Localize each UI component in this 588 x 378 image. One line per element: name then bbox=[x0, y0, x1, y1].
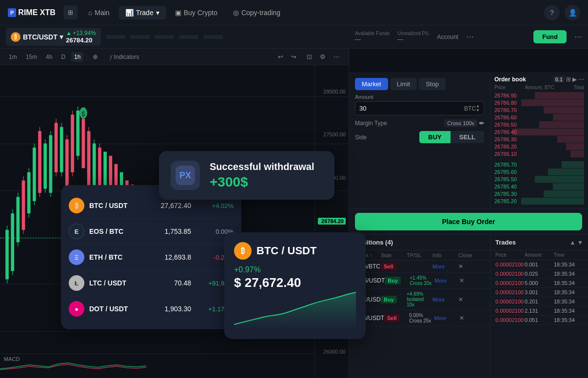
asset-row-eos[interactable]: E EOS / BTC 1,753.85 0.00% bbox=[69, 219, 234, 245]
place-buy-order-btn[interactable]: Place Buy Order bbox=[355, 213, 582, 230]
tf-4h[interactable]: 4h bbox=[43, 52, 55, 62]
tf-1m[interactable]: 1m bbox=[6, 52, 20, 62]
ob-bid-5: 26785.30 bbox=[494, 190, 584, 197]
redo-btn[interactable]: ↪ bbox=[288, 52, 299, 62]
help-icon-btn[interactable]: ? bbox=[544, 5, 560, 20]
amount-down-arrow[interactable]: ▼ bbox=[476, 109, 480, 113]
asset-row-ltc[interactable]: Ł LTC / USDT 70.48 +91.99% bbox=[69, 270, 234, 296]
tf-1h[interactable]: 1h bbox=[71, 52, 83, 62]
margin-label: Margin Type bbox=[355, 120, 387, 127]
indicators-btn[interactable]: 𝑓 Indicators bbox=[107, 52, 142, 62]
position-more[interactable]: More bbox=[432, 264, 458, 269]
undo-btn[interactable]: ↩ bbox=[275, 52, 286, 62]
ob-play-icon[interactable]: ▶ bbox=[572, 76, 577, 83]
trades-controls: ▲ ▼ bbox=[570, 239, 583, 246]
mini-ticker-bar-1 bbox=[106, 35, 125, 39]
buy-crypto-nav-item[interactable]: ▣ Buy Crypto bbox=[168, 6, 224, 19]
stop-tab[interactable]: Stop bbox=[419, 78, 446, 90]
ob-bar bbox=[553, 114, 584, 121]
btc-chart-card: ₿ BTC / USDT +0.97% $ 27,672.40 bbox=[224, 232, 366, 339]
positions-header: Positions (4) bbox=[349, 235, 490, 250]
macd-svg bbox=[0, 354, 314, 378]
tf-15m[interactable]: 15m bbox=[23, 52, 40, 62]
btc-large-icon: ₿ bbox=[234, 242, 252, 260]
screenshot-btn[interactable]: ⊡ bbox=[304, 52, 315, 62]
user-icon-btn[interactable]: 👤 bbox=[565, 5, 580, 20]
dot-asset-name: DOT / USDT bbox=[89, 305, 147, 313]
chart-sep-1 bbox=[86, 53, 87, 61]
position-change: +4.69% Isolated 10x bbox=[407, 291, 432, 307]
margin-edit-icon[interactable]: ✏ bbox=[479, 120, 484, 127]
trade-row: 0.00002100 0.001 18:35:34 bbox=[490, 260, 588, 269]
position-side: Buy bbox=[381, 296, 407, 303]
asset-row-dot[interactable]: ● DOT / USDT 1,903.30 +1.170% bbox=[69, 296, 234, 321]
amount-up-arrow[interactable]: ▲ bbox=[476, 104, 480, 108]
position-close[interactable]: ✕ bbox=[458, 263, 484, 270]
logo-text: RIME XTB bbox=[18, 8, 55, 17]
nav-right-icons: ? 👤 bbox=[544, 5, 580, 20]
position-close[interactable]: ✕ bbox=[459, 315, 484, 321]
buy-side-btn[interactable]: BUY bbox=[419, 131, 450, 143]
main-nav-item[interactable]: ⌂ Main bbox=[81, 6, 117, 19]
ob-ask-7: 26786.30 bbox=[494, 136, 584, 143]
settings-chart-btn[interactable]: ⚙ bbox=[317, 52, 329, 62]
notif-icon-box: PX bbox=[171, 161, 200, 190]
position-more[interactable]: More bbox=[434, 278, 459, 284]
ob-size[interactable]: 0.1 bbox=[553, 76, 565, 83]
market-tab[interactable]: Market bbox=[355, 78, 388, 90]
btc-asset-price: 27,672.40 bbox=[152, 202, 191, 209]
trade-nav-item[interactable]: 📊 Trade ▾ bbox=[118, 6, 166, 19]
positions-col-header: Asset ↑ Side TP/SL Info Close bbox=[349, 250, 490, 261]
trade-rows: 0.00002100 0.001 18:35:34 0.00002100 0.0… bbox=[490, 260, 588, 325]
position-change: +1.45% Cross 20x bbox=[410, 275, 434, 286]
position-more[interactable]: More bbox=[432, 297, 458, 302]
ob-more-icon[interactable]: ⋯ bbox=[578, 76, 584, 83]
trades-down-btn[interactable]: ▼ bbox=[577, 239, 583, 246]
sell-side-btn[interactable]: SELL bbox=[451, 131, 484, 143]
svg-rect-28 bbox=[82, 119, 85, 168]
position-close[interactable]: ✕ bbox=[458, 296, 484, 303]
copy-icon: ◎ bbox=[233, 9, 239, 17]
limit-tab[interactable]: Limit bbox=[390, 78, 417, 90]
dot-asset-icon: ● bbox=[69, 301, 84, 317]
ob-bid-6: 26785.20 bbox=[494, 198, 584, 205]
order-book: Order book 0.1 ⊞ ▶ ⋯ Price Amount, BTC T… bbox=[490, 72, 588, 208]
chart-crosshair-btn[interactable]: ⊕ bbox=[90, 52, 101, 62]
ticker-badge[interactable]: ₿ BTC/USDT ▾ ▲+13.94% 26784.20 bbox=[6, 28, 101, 46]
chart-more-btn[interactable]: ⋯ bbox=[331, 52, 343, 62]
account-more-btn[interactable]: ⋯ bbox=[574, 32, 582, 41]
notif-amount: +300$ bbox=[210, 174, 314, 190]
macd-area: MACD bbox=[0, 354, 314, 378]
home-icon: ⌂ bbox=[88, 9, 92, 17]
order-tabs: Market Limit Stop bbox=[355, 78, 484, 90]
trades-header: Trades ▲ ▼ bbox=[490, 235, 588, 250]
grid-icon-btn[interactable]: ⊞ bbox=[63, 5, 78, 19]
asset-row-eth[interactable]: Ξ ETH / BTC 12,693.8 -0.28% bbox=[69, 245, 234, 270]
fund-button[interactable]: Fund bbox=[533, 30, 567, 43]
chart-toolbar-right: ↩ ↪ ⊡ ⚙ ⋯ bbox=[275, 52, 343, 62]
ob-bar bbox=[557, 136, 584, 143]
chart-icon: 📊 bbox=[125, 9, 134, 17]
position-close[interactable]: ✕ bbox=[459, 277, 484, 284]
margin-row: Margin Type Cross 100x ✏ bbox=[355, 119, 484, 127]
ob-bar bbox=[553, 183, 584, 190]
eos-asset-name: EOS / BTC bbox=[89, 227, 147, 235]
account-dots-btn[interactable]: ⋯ bbox=[466, 32, 474, 41]
trades-title: Trades bbox=[495, 239, 516, 246]
position-side: Buy bbox=[385, 277, 410, 284]
ob-grid-icon[interactable]: ⊞ bbox=[566, 76, 571, 83]
amount-input[interactable] bbox=[359, 105, 464, 112]
trade-row: 0.00002100 2.131 18:35:34 bbox=[490, 306, 588, 316]
amount-input-row[interactable]: BTC ▲ ▼ bbox=[355, 101, 484, 115]
copy-trading-nav-item[interactable]: ◎ Copy-trading bbox=[226, 6, 287, 19]
position-side: Sell bbox=[384, 315, 409, 321]
order-top: Market Limit Stop Amount BTC ▲ ▼ bbox=[349, 72, 588, 209]
tf-d[interactable]: D bbox=[58, 52, 68, 62]
trades-up-btn[interactable]: ▲ bbox=[570, 239, 576, 246]
svg-text:S: S bbox=[82, 110, 85, 118]
position-more[interactable]: More bbox=[434, 315, 459, 321]
logo-icon: P bbox=[8, 8, 16, 17]
unrealized-pnl-field: Unrealized P/L — bbox=[397, 31, 430, 43]
ob-ask-8: 26786.20 bbox=[494, 143, 584, 150]
ob-col-price: Price bbox=[494, 85, 506, 90]
